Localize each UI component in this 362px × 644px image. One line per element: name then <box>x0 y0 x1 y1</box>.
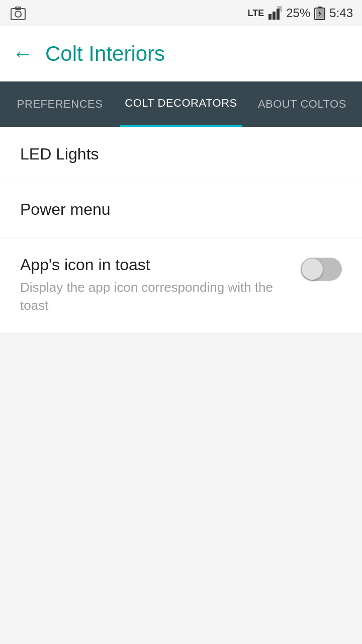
app-icon-toast-text: App's icon in toast Display the app icon… <box>20 256 301 315</box>
app-bar: ← Colt Interiors <box>0 26 362 82</box>
app-icon-toast-subtitle: Display the app icon corresponding with … <box>20 278 289 315</box>
list-item-power-menu[interactable]: Power menu <box>0 182 362 237</box>
svg-rect-4 <box>273 12 276 20</box>
svg-rect-8 <box>318 7 322 9</box>
back-button[interactable]: ← <box>12 43 33 64</box>
app-title: Colt Interiors <box>45 42 165 66</box>
tab-bar: PREFERENCES COLT DECORATORS ABOUT COLTOS <box>0 82 362 127</box>
svg-rect-3 <box>268 14 272 20</box>
svg-point-1 <box>15 11 21 17</box>
status-icons-right: LTE 25% 5:43 <box>248 6 353 20</box>
time-label: 5:43 <box>329 6 353 20</box>
battery-percent: 25% <box>286 6 310 20</box>
content-area: LED Lights Power menu App's icon in toas… <box>0 127 362 334</box>
lte-label: LTE <box>248 8 264 19</box>
app-icon-toast-toggle[interactable] <box>301 258 342 281</box>
toggle-thumb <box>302 259 323 280</box>
signal-icon <box>268 6 282 20</box>
tab-colt-decorators[interactable]: COLT DECORATORS <box>120 82 242 127</box>
tab-preferences[interactable]: PREFERENCES <box>0 82 120 127</box>
tab-about-coltos[interactable]: ABOUT COLTOS <box>242 82 362 127</box>
status-bar: LTE 25% 5:43 <box>0 0 362 26</box>
photo-icon <box>9 4 27 22</box>
led-lights-title: LED Lights <box>20 145 99 163</box>
svg-rect-0 <box>11 9 25 20</box>
svg-rect-5 <box>277 9 280 20</box>
battery-icon <box>314 6 325 20</box>
power-menu-title: Power menu <box>20 200 111 218</box>
app-icon-toast-title: App's icon in toast <box>20 256 289 274</box>
list-item-led-lights[interactable]: LED Lights <box>0 127 362 182</box>
list-item-app-icon-toast[interactable]: App's icon in toast Display the app icon… <box>0 237 362 334</box>
